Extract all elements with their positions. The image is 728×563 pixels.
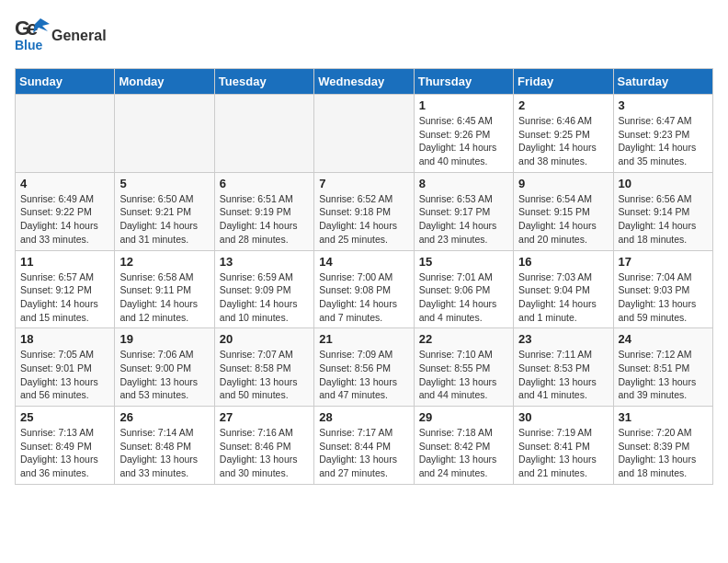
calendar-cell: 26Sunrise: 7:14 AM Sunset: 8:48 PM Dayli… bbox=[115, 407, 214, 485]
col-header-tuesday: Tuesday bbox=[214, 69, 313, 95]
day-number: 22 bbox=[419, 332, 508, 346]
calendar-cell: 22Sunrise: 7:10 AM Sunset: 8:55 PM Dayli… bbox=[414, 328, 513, 407]
day-info: Sunrise: 7:07 AM Sunset: 8:58 PM Dayligh… bbox=[220, 348, 309, 402]
day-number: 16 bbox=[518, 255, 608, 269]
calendar-cell bbox=[16, 95, 115, 173]
calendar-week-4: 18Sunrise: 7:05 AM Sunset: 9:01 PM Dayli… bbox=[16, 328, 713, 407]
day-number: 17 bbox=[619, 255, 708, 269]
day-info: Sunrise: 7:20 AM Sunset: 8:39 PM Dayligh… bbox=[619, 426, 708, 480]
day-info: Sunrise: 6:45 AM Sunset: 9:26 PM Dayligh… bbox=[419, 114, 508, 168]
calendar-cell: 16Sunrise: 7:03 AM Sunset: 9:04 PM Dayli… bbox=[514, 250, 613, 328]
calendar-header-row: SundayMondayTuesdayWednesdayThursdayFrid… bbox=[16, 69, 713, 95]
day-info: Sunrise: 6:50 AM Sunset: 9:21 PM Dayligh… bbox=[119, 192, 209, 247]
col-header-wednesday: Wednesday bbox=[314, 69, 414, 95]
day-info: Sunrise: 6:57 AM Sunset: 9:12 PM Dayligh… bbox=[20, 270, 109, 325]
day-info: Sunrise: 6:59 AM Sunset: 9:09 PM Dayligh… bbox=[220, 270, 309, 325]
day-info: Sunrise: 7:01 AM Sunset: 9:06 PM Dayligh… bbox=[419, 270, 508, 325]
day-number: 27 bbox=[220, 410, 309, 424]
day-number: 8 bbox=[419, 177, 508, 190]
calendar-cell: 25Sunrise: 7:13 AM Sunset: 8:49 PM Dayli… bbox=[16, 407, 115, 485]
col-header-thursday: Thursday bbox=[414, 69, 513, 95]
day-info: Sunrise: 7:16 AM Sunset: 8:46 PM Dayligh… bbox=[220, 426, 309, 480]
day-number: 6 bbox=[220, 177, 309, 190]
calendar-cell: 15Sunrise: 7:01 AM Sunset: 9:06 PM Dayli… bbox=[414, 250, 513, 328]
calendar-cell: 4Sunrise: 6:49 AM Sunset: 9:22 PM Daylig… bbox=[16, 172, 115, 250]
day-info: Sunrise: 7:17 AM Sunset: 8:44 PM Dayligh… bbox=[319, 426, 408, 480]
day-number: 23 bbox=[518, 332, 608, 346]
day-number: 19 bbox=[119, 332, 209, 346]
day-number: 15 bbox=[419, 255, 508, 269]
day-info: Sunrise: 6:53 AM Sunset: 9:17 PM Dayligh… bbox=[419, 192, 508, 247]
day-number: 14 bbox=[319, 255, 408, 269]
day-info: Sunrise: 6:52 AM Sunset: 9:18 PM Dayligh… bbox=[319, 192, 408, 247]
calendar-cell: 14Sunrise: 7:00 AM Sunset: 9:08 PM Dayli… bbox=[314, 250, 414, 328]
day-number: 21 bbox=[319, 332, 408, 346]
day-number: 24 bbox=[619, 332, 708, 346]
calendar-cell: 13Sunrise: 6:59 AM Sunset: 9:09 PM Dayli… bbox=[214, 250, 313, 328]
calendar-week-2: 4Sunrise: 6:49 AM Sunset: 9:22 PM Daylig… bbox=[16, 172, 713, 250]
day-info: Sunrise: 6:47 AM Sunset: 9:23 PM Dayligh… bbox=[619, 114, 708, 168]
calendar-cell: 30Sunrise: 7:19 AM Sunset: 8:41 PM Dayli… bbox=[514, 407, 613, 485]
col-header-friday: Friday bbox=[514, 69, 613, 95]
day-number: 26 bbox=[119, 410, 209, 424]
day-number: 28 bbox=[319, 410, 408, 424]
calendar-cell: 28Sunrise: 7:17 AM Sunset: 8:44 PM Dayli… bbox=[314, 407, 414, 485]
calendar-week-3: 11Sunrise: 6:57 AM Sunset: 9:12 PM Dayli… bbox=[16, 250, 713, 328]
day-number: 5 bbox=[119, 177, 209, 190]
logo-icon: G e Blue bbox=[15, 15, 50, 53]
logo-general: General bbox=[51, 28, 107, 44]
col-header-monday: Monday bbox=[115, 69, 214, 95]
calendar-cell: 21Sunrise: 7:09 AM Sunset: 8:56 PM Dayli… bbox=[314, 328, 414, 407]
day-info: Sunrise: 6:46 AM Sunset: 9:25 PM Dayligh… bbox=[518, 114, 608, 168]
day-info: Sunrise: 7:05 AM Sunset: 9:01 PM Dayligh… bbox=[20, 348, 109, 402]
day-info: Sunrise: 6:54 AM Sunset: 9:15 PM Dayligh… bbox=[518, 192, 608, 247]
day-number: 1 bbox=[419, 98, 508, 112]
day-info: Sunrise: 7:10 AM Sunset: 8:55 PM Dayligh… bbox=[419, 348, 508, 402]
calendar-cell: 8Sunrise: 6:53 AM Sunset: 9:17 PM Daylig… bbox=[414, 172, 513, 250]
logo: G e Blue General bbox=[15, 15, 107, 57]
calendar-cell: 12Sunrise: 6:58 AM Sunset: 9:11 PM Dayli… bbox=[115, 250, 214, 328]
col-header-sunday: Sunday bbox=[16, 69, 115, 95]
calendar-cell: 31Sunrise: 7:20 AM Sunset: 8:39 PM Dayli… bbox=[613, 407, 712, 485]
day-number: 18 bbox=[20, 332, 109, 346]
calendar-cell: 23Sunrise: 7:11 AM Sunset: 8:53 PM Dayli… bbox=[514, 328, 613, 407]
day-info: Sunrise: 7:12 AM Sunset: 8:51 PM Dayligh… bbox=[619, 348, 708, 402]
calendar-cell: 7Sunrise: 6:52 AM Sunset: 9:18 PM Daylig… bbox=[314, 172, 414, 250]
calendar-week-5: 25Sunrise: 7:13 AM Sunset: 8:49 PM Dayli… bbox=[16, 407, 713, 485]
calendar-cell: 11Sunrise: 6:57 AM Sunset: 9:12 PM Dayli… bbox=[16, 250, 115, 328]
calendar-cell: 10Sunrise: 6:56 AM Sunset: 9:14 PM Dayli… bbox=[613, 172, 712, 250]
day-number: 9 bbox=[518, 177, 608, 190]
day-info: Sunrise: 7:13 AM Sunset: 8:49 PM Dayligh… bbox=[20, 426, 109, 480]
calendar-cell: 19Sunrise: 7:06 AM Sunset: 9:00 PM Dayli… bbox=[115, 328, 214, 407]
day-number: 7 bbox=[319, 177, 408, 190]
day-number: 31 bbox=[619, 410, 708, 424]
page-header: G e Blue General bbox=[15, 15, 713, 57]
day-number: 20 bbox=[220, 332, 309, 346]
day-number: 12 bbox=[119, 255, 209, 269]
calendar-cell: 1Sunrise: 6:45 AM Sunset: 9:26 PM Daylig… bbox=[414, 95, 513, 173]
day-info: Sunrise: 6:51 AM Sunset: 9:19 PM Dayligh… bbox=[220, 192, 309, 247]
calendar-cell: 24Sunrise: 7:12 AM Sunset: 8:51 PM Dayli… bbox=[613, 328, 712, 407]
day-number: 2 bbox=[518, 98, 608, 112]
svg-text:Blue: Blue bbox=[15, 38, 43, 52]
calendar-cell bbox=[214, 95, 313, 173]
calendar-cell bbox=[314, 95, 414, 173]
day-info: Sunrise: 6:56 AM Sunset: 9:14 PM Dayligh… bbox=[619, 192, 708, 247]
calendar-cell: 17Sunrise: 7:04 AM Sunset: 9:03 PM Dayli… bbox=[613, 250, 712, 328]
day-info: Sunrise: 7:14 AM Sunset: 8:48 PM Dayligh… bbox=[119, 426, 209, 480]
day-info: Sunrise: 7:11 AM Sunset: 8:53 PM Dayligh… bbox=[518, 348, 608, 402]
day-number: 4 bbox=[20, 177, 109, 190]
day-info: Sunrise: 6:58 AM Sunset: 9:11 PM Dayligh… bbox=[119, 270, 209, 325]
calendar-cell: 9Sunrise: 6:54 AM Sunset: 9:15 PM Daylig… bbox=[514, 172, 613, 250]
calendar-cell: 29Sunrise: 7:18 AM Sunset: 8:42 PM Dayli… bbox=[414, 407, 513, 485]
day-number: 29 bbox=[419, 410, 508, 424]
day-info: Sunrise: 6:49 AM Sunset: 9:22 PM Dayligh… bbox=[20, 192, 109, 247]
calendar-table: SundayMondayTuesdayWednesdayThursdayFrid… bbox=[15, 68, 713, 485]
calendar-cell: 27Sunrise: 7:16 AM Sunset: 8:46 PM Dayli… bbox=[214, 407, 313, 485]
calendar-week-1: 1Sunrise: 6:45 AM Sunset: 9:26 PM Daylig… bbox=[16, 95, 713, 173]
day-info: Sunrise: 7:00 AM Sunset: 9:08 PM Dayligh… bbox=[319, 270, 408, 325]
calendar-cell: 20Sunrise: 7:07 AM Sunset: 8:58 PM Dayli… bbox=[214, 328, 313, 407]
day-info: Sunrise: 7:04 AM Sunset: 9:03 PM Dayligh… bbox=[619, 270, 708, 325]
day-number: 25 bbox=[20, 410, 109, 424]
day-info: Sunrise: 7:18 AM Sunset: 8:42 PM Dayligh… bbox=[419, 426, 508, 480]
